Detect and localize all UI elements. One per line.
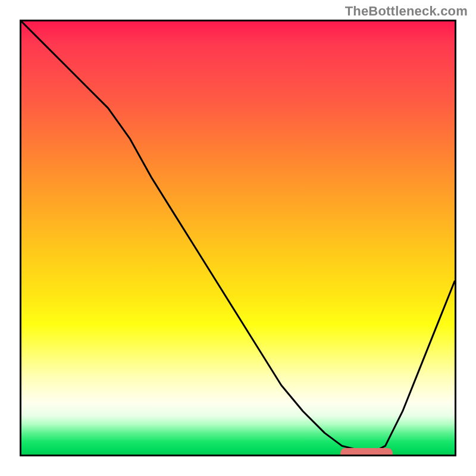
bottleneck-curve-line [21, 21, 455, 450]
watermark-text: TheBottleneck.com [345, 4, 468, 19]
chart-curve-svg [21, 21, 455, 455]
chart-plot-area [20, 20, 456, 456]
optimal-range-marker [340, 448, 393, 456]
